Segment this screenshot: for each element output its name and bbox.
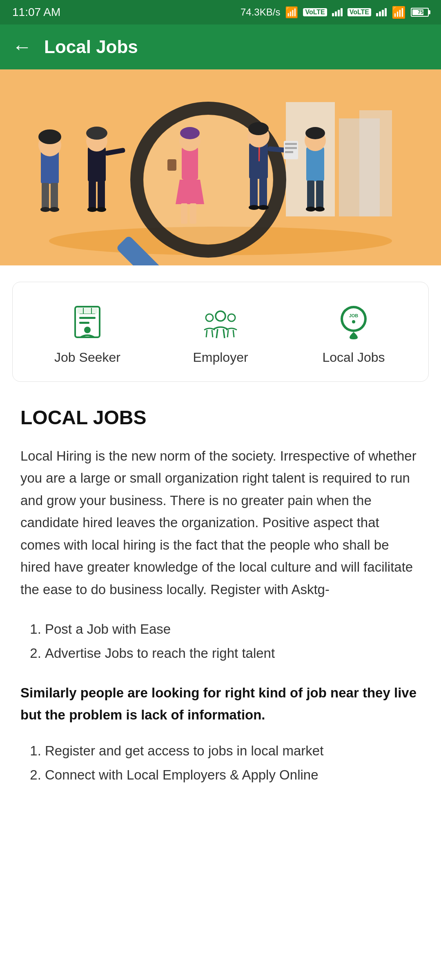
seeker-list-item-2: Connect with Local Employers & Apply Onl…	[45, 763, 421, 787]
svg-line-61	[223, 329, 225, 338]
signal-bars-2	[376, 8, 387, 16]
svg-point-25	[180, 127, 200, 139]
svg-text:JOB: JOB	[349, 313, 359, 318]
svg-point-10	[40, 207, 50, 212]
svg-rect-34	[259, 178, 267, 207]
status-bar: 11:07 AM 74.3KB/s 📶 VoLTE VoLTE 📶 75	[0, 0, 441, 24]
svg-point-36	[258, 205, 269, 210]
local-jobs-nav-item[interactable]: JOB Local Jobs	[313, 303, 394, 365]
svg-point-58	[206, 314, 213, 321]
svg-point-11	[49, 207, 59, 212]
svg-rect-9	[51, 183, 58, 209]
svg-point-53	[84, 327, 91, 333]
bold-paragraph: Similarly people are looking for right k…	[20, 682, 421, 726]
wifi-icon: 📶	[392, 6, 406, 19]
content-section: LOCAL JOBS Local Hiring is the new norm …	[0, 398, 441, 824]
svg-line-62	[206, 330, 207, 337]
svg-rect-16	[98, 181, 105, 209]
local-jobs-label: Local Jobs	[323, 350, 385, 365]
svg-point-18	[96, 207, 106, 212]
back-button[interactable]: ←	[12, 37, 32, 57]
svg-point-17	[87, 207, 97, 212]
svg-rect-41	[285, 151, 293, 153]
svg-rect-27	[190, 203, 196, 224]
hero-banner	[0, 69, 441, 265]
local-jobs-icon: JOB	[335, 305, 372, 341]
svg-rect-42	[306, 147, 324, 181]
svg-point-47	[306, 207, 316, 212]
svg-rect-46	[316, 180, 323, 209]
svg-rect-45	[307, 180, 314, 209]
svg-point-14	[86, 127, 107, 140]
svg-rect-26	[181, 203, 187, 224]
svg-rect-54	[77, 308, 98, 314]
svg-rect-8	[42, 183, 49, 209]
status-time: 11:07 AM	[12, 6, 60, 19]
employer-list-item-2: Advertise Jobs to reach the right talent	[45, 641, 421, 665]
svg-point-32	[248, 122, 269, 135]
svg-rect-52	[79, 322, 89, 324]
svg-line-65	[233, 330, 234, 337]
svg-rect-28	[167, 159, 176, 171]
employer-nav-item[interactable]: Employer	[180, 303, 261, 365]
employer-icon	[202, 305, 239, 341]
svg-point-67	[343, 308, 364, 330]
employer-icon-wrap	[200, 303, 241, 343]
svg-rect-39	[285, 143, 297, 145]
svg-point-44	[305, 127, 325, 139]
svg-line-64	[227, 330, 228, 337]
status-icons: 74.3KB/s 📶 VoLTE VoLTE 📶 75	[241, 6, 429, 19]
employer-list-item-1: Post a Job with Ease	[45, 617, 421, 641]
network-speed-text: 74.3KB/s	[241, 7, 280, 18]
svg-point-59	[228, 314, 235, 321]
hero-illustration	[0, 69, 441, 265]
svg-point-57	[216, 311, 225, 321]
svg-line-60	[216, 329, 218, 338]
intro-paragraph: Local Hiring is the new norm of the soci…	[20, 445, 421, 601]
volte-badge-1: VoLTE	[303, 8, 327, 16]
battery-icon: 75	[411, 8, 429, 17]
svg-point-35	[249, 205, 259, 210]
section-heading: LOCAL JOBS	[20, 406, 421, 429]
svg-point-48	[315, 207, 325, 212]
svg-rect-40	[285, 147, 297, 149]
job-seeker-label: Job Seeker	[54, 350, 120, 365]
navigation-card: Job Seeker	[12, 282, 429, 382]
signal-bars-1	[332, 8, 343, 16]
job-seeker-nav-item[interactable]: Job Seeker	[47, 303, 128, 365]
app-bar: ← Local Jobs	[0, 24, 441, 69]
page-title: Local Jobs	[44, 37, 138, 57]
employer-label: Employer	[193, 350, 248, 365]
seeker-list-item-1: Register and get access to jobs in local…	[45, 739, 421, 763]
job-seeker-icon	[69, 305, 106, 341]
time-text: 11:07 AM	[12, 6, 60, 19]
svg-rect-33	[250, 178, 258, 207]
svg-rect-12	[88, 147, 106, 182]
seeker-list: Register and get access to jobs in local…	[45, 739, 421, 787]
svg-rect-23	[182, 147, 198, 180]
job-seeker-icon-wrap	[67, 303, 108, 343]
bluetooth-icon: 📶	[285, 6, 298, 19]
svg-rect-3	[359, 110, 392, 216]
svg-point-7	[38, 129, 61, 144]
local-jobs-icon-wrap: JOB	[333, 303, 374, 343]
employer-list: Post a Job with Ease Advertise Jobs to r…	[45, 617, 421, 666]
volte-badge-2: VoLTE	[347, 8, 371, 16]
svg-rect-51	[79, 317, 96, 319]
svg-rect-15	[89, 181, 96, 209]
svg-point-69	[352, 320, 355, 323]
svg-line-63	[212, 330, 213, 337]
